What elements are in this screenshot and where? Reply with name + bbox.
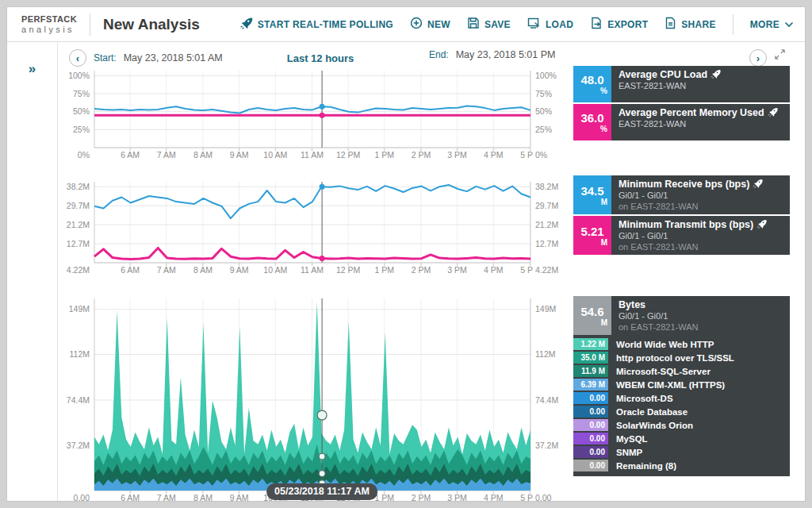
svg-text:0.00: 0.00 bbox=[535, 493, 552, 502]
start-polling-label: START REAL-TIME POLLING bbox=[258, 19, 393, 30]
perfstack-logo[interactable]: PERFSTACK analysis bbox=[21, 14, 77, 34]
application-legend-item[interactable]: 1.22 MWorld Wide Web HTTP bbox=[573, 337, 790, 351]
svg-text:7 AM: 7 AM bbox=[157, 150, 176, 160]
svg-text:29.7M: 29.7M bbox=[535, 201, 558, 210]
metric-value-chip: 5.21M bbox=[573, 216, 611, 255]
application-value-chip: 0.00 bbox=[573, 460, 608, 471]
metric-object: EAST-2821-WAN bbox=[619, 81, 785, 91]
metric-unit: M bbox=[573, 318, 611, 327]
svg-text:8 AM: 8 AM bbox=[193, 265, 213, 275]
application-legend-item[interactable]: 6.39 MWBEM CIM-XML (HTTPS) bbox=[573, 378, 790, 391]
svg-text:10 AM: 10 AM bbox=[263, 265, 287, 275]
svg-text:1 PM: 1 PM bbox=[374, 493, 394, 502]
plus-circle-icon bbox=[410, 17, 423, 32]
load-button[interactable]: LOAD bbox=[527, 17, 573, 32]
svg-text:12.7M: 12.7M bbox=[535, 239, 558, 248]
metric-title: Bytes bbox=[619, 299, 785, 311]
chart-cpu-memory-percent[interactable]: 6 AM7 AM8 AM9 AM10 AM11 AM12 PM1 PM2 PM3… bbox=[58, 64, 567, 169]
metric-title: Minimum Receive bps (bps) bbox=[619, 179, 785, 190]
x-tick-labels: 6 AM7 AM8 AM9 AM10 AM11 AM12 PM1 PM2 PM3… bbox=[121, 150, 540, 160]
metric-legend-row[interactable]: 34.5MMinimum Receive bps (bps)Gi0/1 - Gi… bbox=[573, 175, 790, 214]
crosshair-line[interactable] bbox=[320, 71, 325, 148]
svg-text:29.7M: 29.7M bbox=[67, 201, 90, 210]
svg-text:21.2M: 21.2M bbox=[535, 220, 558, 229]
crosshair-line[interactable] bbox=[320, 182, 325, 263]
page-title: New Analysis bbox=[103, 16, 200, 33]
svg-text:74.4M: 74.4M bbox=[535, 395, 558, 405]
svg-text:4 PM: 4 PM bbox=[484, 150, 504, 160]
svg-text:12 PM: 12 PM bbox=[336, 265, 360, 275]
save-button[interactable]: SAVE bbox=[467, 17, 511, 32]
metric-value: 36.0 bbox=[573, 111, 611, 125]
svg-text:3 PM: 3 PM bbox=[447, 150, 467, 160]
application-value-chip: 0.00 bbox=[573, 419, 608, 431]
metric-node: on EAST-2821-WAN bbox=[619, 242, 785, 252]
more-button[interactable]: MORE bbox=[750, 19, 794, 30]
application-legend-item[interactable]: 35.0 Mhttp protocol over TLS/SSL bbox=[573, 351, 790, 364]
application-label: http protocol over TLS/SSL bbox=[608, 353, 734, 363]
svg-text:4 PM: 4 PM bbox=[484, 265, 504, 275]
fullscreen-expand-icon[interactable] bbox=[774, 48, 786, 63]
new-button[interactable]: NEW bbox=[410, 17, 450, 32]
share-label: SHARE bbox=[681, 19, 716, 30]
application-legend-item[interactable]: 0.00SNMP bbox=[573, 445, 790, 459]
header-divider bbox=[90, 13, 90, 36]
metric-legend-row[interactable]: 48.0%Average CPU LoadEAST-2821-WAN bbox=[573, 66, 790, 102]
svg-text:1 PM: 1 PM bbox=[374, 265, 394, 275]
metric-unit: % bbox=[573, 125, 611, 133]
metric-legend-row[interactable]: 36.0%Average Percent Memory UsedEAST-282… bbox=[573, 104, 790, 140]
svg-text:149M: 149M bbox=[535, 304, 556, 314]
metric-legend-row[interactable]: 54.6MBytesGi0/1 - Gi0/1on EAST-2821-WAN bbox=[573, 296, 790, 335]
metric-value-chip: 36.0% bbox=[573, 104, 611, 140]
share-button[interactable]: SHARE bbox=[665, 17, 716, 32]
svg-text:0.00: 0.00 bbox=[74, 493, 90, 502]
metric-title: Average CPU Load bbox=[619, 69, 785, 81]
svg-text:37.2M: 37.2M bbox=[535, 441, 558, 450]
metric-value-chip: 34.5M bbox=[573, 175, 611, 214]
svg-text:4 PM: 4 PM bbox=[484, 493, 504, 502]
svg-text:1 PM: 1 PM bbox=[374, 150, 394, 160]
chart-bytes-by-application[interactable]: 6 AM7 AM8 AM9 AM10 AM11 AM12 PM1 PM2 PM3… bbox=[58, 293, 567, 502]
start-polling-button[interactable]: START REAL-TIME POLLING bbox=[239, 17, 393, 33]
application-legend-item[interactable]: 0.00Remaining (8) bbox=[573, 459, 790, 472]
application-legend-item[interactable]: 11.9 MMicrosoft-SQL-Server bbox=[573, 364, 790, 378]
application-value-chip: 35.0 M bbox=[573, 352, 608, 364]
realtime-rocket-icon bbox=[707, 69, 721, 80]
export-button[interactable]: EXPORT bbox=[590, 17, 648, 32]
metric-object: Gi0/1 - Gi0/1 bbox=[619, 311, 785, 321]
application-legend-item[interactable]: 0.00Microsoft-DS bbox=[573, 391, 790, 405]
application-legend-item[interactable]: 0.00SolarWinds Orion bbox=[573, 418, 790, 432]
svg-text:10 AM: 10 AM bbox=[263, 150, 287, 160]
chart-interface-bps[interactable]: 6 AM7 AM8 AM9 AM10 AM11 AM12 PM1 PM2 PM3… bbox=[58, 174, 567, 283]
application-legend-item[interactable]: 0.00MySQL bbox=[573, 432, 790, 445]
shift-later-button[interactable]: › bbox=[749, 49, 767, 67]
end-datetime[interactable]: May 23, 2018 5:01 PM bbox=[456, 49, 556, 60]
start-datetime[interactable]: May 23, 2018 5:01 AM bbox=[124, 52, 223, 64]
x-gridlines bbox=[130, 71, 530, 151]
application-value-chip: 6.39 M bbox=[573, 379, 608, 391]
svg-text:100%: 100% bbox=[535, 71, 557, 80]
time-range-label[interactable]: Last 12 hours bbox=[253, 52, 388, 64]
svg-text:75%: 75% bbox=[73, 89, 90, 98]
metric-unit: % bbox=[573, 87, 611, 95]
metric-unit: M bbox=[573, 238, 611, 247]
application-legend-item[interactable]: 0.00Oracle Database bbox=[573, 405, 790, 418]
application-value-chip: 0.00 bbox=[573, 392, 608, 404]
svg-text:2 PM: 2 PM bbox=[412, 150, 431, 160]
app-header: PERFSTACK analysis New Analysis START RE… bbox=[7, 7, 805, 42]
load-icon bbox=[527, 17, 541, 32]
application-value-chip: 1.22 M bbox=[573, 338, 608, 350]
realtime-rocket-icon bbox=[753, 219, 767, 230]
svg-text:149M: 149M bbox=[69, 304, 90, 314]
legend-group: 48.0%Average CPU LoadEAST-2821-WAN36.0%A… bbox=[573, 66, 790, 142]
application-value-chip: 0.00 bbox=[573, 433, 608, 444]
svg-text:3 PM: 3 PM bbox=[447, 265, 467, 275]
application-label: World Wide Web HTTP bbox=[608, 340, 714, 349]
legend-group: 34.5MMinimum Receive bps (bps)Gi0/1 - Gi… bbox=[573, 175, 790, 256]
metric-legend-row[interactable]: 5.21MMinimum Transmit bps (bps)Gi0/1 - G… bbox=[573, 216, 790, 255]
application-value-chip: 11.9 M bbox=[573, 365, 608, 377]
expand-sidebar-button[interactable]: » bbox=[29, 61, 36, 77]
svg-text:11 AM: 11 AM bbox=[301, 150, 324, 160]
svg-text:37.2M: 37.2M bbox=[67, 441, 90, 450]
more-label: MORE bbox=[750, 19, 779, 30]
